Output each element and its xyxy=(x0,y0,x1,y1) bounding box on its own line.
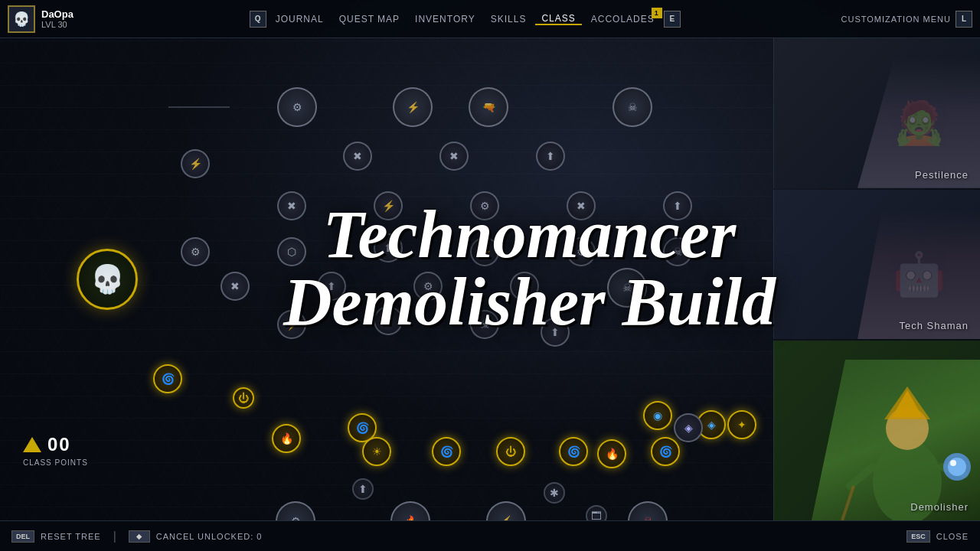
node-t3-3[interactable]: ⚙ xyxy=(470,191,499,220)
node-active-sun[interactable]: ☀ xyxy=(362,437,391,466)
node-t3-5[interactable]: ⬆ xyxy=(663,191,692,220)
node-t4-6[interactable]: ☠ xyxy=(663,237,692,266)
node-lower-3[interactable]: 🗔 xyxy=(586,505,607,520)
node-active-start[interactable]: 🌀 xyxy=(153,364,182,393)
node-active-star[interactable]: ✦ xyxy=(727,410,756,439)
close-label: CLOSE xyxy=(936,532,969,541)
avatar: 💀 xyxy=(8,5,35,33)
node-lower-large2[interactable]: 🔥 xyxy=(390,501,430,520)
node-t3-1[interactable]: ✖ xyxy=(277,191,306,220)
nav-key-q[interactable]: Q xyxy=(250,11,266,28)
separator-1: | xyxy=(113,530,116,543)
pestilence-label: Pestilence xyxy=(915,169,969,181)
node-active-spiral3[interactable]: 🌀 xyxy=(559,437,588,466)
node-t4-4[interactable]: ⚡ xyxy=(470,237,499,266)
node-active-power[interactable]: ⏻ xyxy=(496,437,525,466)
node-t3-4[interactable]: ✖ xyxy=(567,191,596,220)
nav-key-e[interactable]: E xyxy=(664,11,681,28)
node-t2-2[interactable]: ✖ xyxy=(439,142,469,171)
portraits-panel: 🧟 Pestilence 🤖 Tech Shaman xyxy=(773,38,980,520)
accolades-badge: 1 xyxy=(652,8,662,18)
node-t6-2[interactable]: ⬆ xyxy=(374,306,403,335)
portrait-tech-shaman[interactable]: 🤖 Tech Shaman xyxy=(773,190,980,340)
cp-value: 00 xyxy=(47,434,71,455)
class-points-display: 00 xyxy=(23,434,71,455)
node-lower-1[interactable]: ⬆ xyxy=(352,478,374,500)
node-t5-4[interactable]: ⚡ xyxy=(510,272,539,301)
bottom-left: DEL RESET TREE | ◆ CANCEL UNLOCKED: 0 xyxy=(11,530,262,543)
node-t4-5[interactable]: ⚙ xyxy=(567,237,596,266)
nav-right: CUSTOMIZATION MENU L xyxy=(841,11,972,28)
nav-bar: 💀 DaOpa LVL 30 Q JOURNAL QUEST MAP INVEN… xyxy=(0,0,980,38)
node-t1-1[interactable]: ⚙ xyxy=(277,87,317,127)
node-demo-blue[interactable]: ◉ xyxy=(643,401,672,430)
portrait-pestilence[interactable]: 🧟 Pestilence xyxy=(773,38,980,188)
player-details: DaOpa LVL 30 xyxy=(41,8,74,29)
node-t6-1[interactable]: ⚡ xyxy=(277,310,306,339)
node-t4-3[interactable]: ⬆ xyxy=(374,233,403,262)
node-t2-1[interactable]: ✖ xyxy=(343,142,372,171)
nav-key-l[interactable]: L xyxy=(956,11,972,28)
bottom-right: ESC CLOSE xyxy=(906,530,969,543)
demolisher-art xyxy=(812,360,980,520)
node-active-fire2[interactable]: 🔥 xyxy=(597,439,626,468)
node-t3-2[interactable]: ⚡ xyxy=(374,191,403,220)
node-lower-2[interactable]: ✱ xyxy=(544,482,565,504)
demolisher-label: Demolisher xyxy=(910,501,969,513)
node-t4-1[interactable]: ⚙ xyxy=(181,237,210,266)
node-lower-large4[interactable]: ☠ xyxy=(628,501,668,520)
class-points-area: 00 Class Points xyxy=(23,434,88,467)
cp-triangle-icon xyxy=(23,437,41,452)
node-active-spiral2[interactable]: 🌀 xyxy=(432,437,461,466)
tech-shaman-label: Tech Shaman xyxy=(900,320,969,331)
player-info: 💀 DaOpa LVL 30 xyxy=(8,5,74,33)
node-active-flame[interactable]: 🔥 xyxy=(272,424,301,453)
reset-tree-label: RESET TREE xyxy=(41,532,101,541)
node-active-2[interactable]: ⏻ xyxy=(233,387,254,409)
node-t5-1[interactable]: ✖ xyxy=(220,272,250,301)
svg-line-54 xyxy=(850,467,873,486)
player-name: DaOpa xyxy=(41,8,74,20)
cp-label: Class Points xyxy=(23,458,88,467)
nav-item-inventory[interactable]: INVENTORY xyxy=(409,14,482,24)
node-lower-large1[interactable]: ⚙ xyxy=(276,501,315,520)
node-active-spiral4[interactable]: 🌀 xyxy=(651,437,680,466)
del-key[interactable]: DEL xyxy=(11,530,34,543)
portrait-demolisher[interactable]: Demolisher xyxy=(773,341,980,520)
cancel-key[interactable]: ◆ xyxy=(129,530,150,543)
node-t1-2[interactable]: ⚡ xyxy=(393,87,433,127)
svg-point-57 xyxy=(948,458,966,476)
nav-items: Q JOURNAL QUEST MAP INVENTORY SKILLS CLA… xyxy=(89,11,841,28)
node-t5-3[interactable]: ⚙ xyxy=(413,272,443,301)
esc-key[interactable]: ESC xyxy=(906,530,930,543)
node-t5-2[interactable]: ⬆ xyxy=(317,272,346,301)
cancel-unlocked-label: CANCEL UNLOCKED: 0 xyxy=(156,532,263,541)
node-demo-2[interactable]: ◈ xyxy=(674,413,703,442)
skull-icon: 💀 xyxy=(90,263,125,295)
node-t1-4[interactable]: ☠ xyxy=(612,87,652,127)
customization-menu[interactable]: CUSTOMIZATION MENU xyxy=(841,15,951,24)
pestilence-figure: 🧟 xyxy=(858,38,980,188)
demolisher-figure xyxy=(812,341,980,520)
player-class-icon: 💀 xyxy=(77,249,138,310)
svg-marker-53 xyxy=(884,386,930,419)
node-t6-3[interactable]: ☠ xyxy=(470,310,499,339)
player-level: LVL 30 xyxy=(41,20,74,29)
nav-item-skills[interactable]: SKILLS xyxy=(485,14,533,24)
nav-item-journal[interactable]: JOURNAL xyxy=(270,14,330,24)
node-t5-5[interactable]: ☠ xyxy=(607,268,647,308)
nav-item-quest-map[interactable]: QUEST MAP xyxy=(333,14,406,24)
nav-item-class[interactable]: CLASS xyxy=(535,13,581,25)
tech-shaman-figure: 🤖 xyxy=(858,190,980,340)
node-t1-3[interactable]: 🔫 xyxy=(469,87,508,127)
demolisher-svg xyxy=(835,367,980,520)
node-t6-4[interactable]: ⬆ xyxy=(541,318,570,347)
node-t2-left[interactable]: ⚡ xyxy=(181,149,210,178)
main-content: ⚙ ⚡ 🔫 ☠ ✖ ✖ ⬆ ⚡ ✖ ⚡ ⚙ ✖ ⬆ ⚙ ⬡ ⬆ ⚡ ⚙ ☠ ✖ … xyxy=(0,38,980,520)
svg-point-58 xyxy=(950,460,956,466)
nav-item-accolades[interactable]: ACCOLADES 1 xyxy=(585,14,661,24)
node-t4-2[interactable]: ⬡ xyxy=(277,237,306,266)
node-t2-3[interactable]: ⬆ xyxy=(536,142,565,171)
svg-line-59 xyxy=(842,486,854,520)
node-lower-large3[interactable]: ⚡ xyxy=(486,501,526,520)
